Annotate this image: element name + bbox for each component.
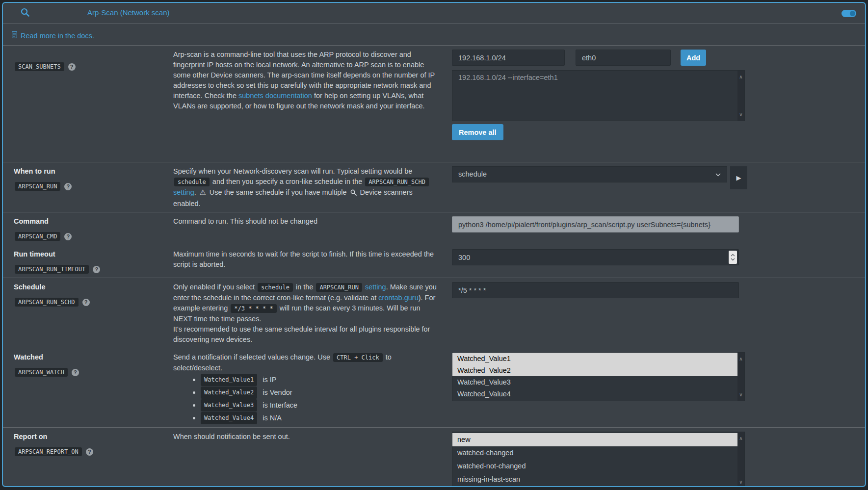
label-column: Command ARPSCAN_CMD?: [14, 216, 173, 242]
scroll-down-icon[interactable]: ∨: [737, 109, 744, 120]
multiselect-option[interactable]: Watched_Value3: [452, 376, 737, 388]
magnifier-icon: [350, 188, 357, 199]
subnet-input[interactable]: [452, 50, 565, 66]
desc-text: When should notification be sent out.: [173, 433, 290, 440]
report-on-multiselect[interactable]: new watched-changed watched-not-changed …: [452, 432, 745, 487]
bullet-icon: [193, 391, 195, 394]
desc-text: .: [194, 188, 198, 196]
setting-row-watched: Watched ARPSCAN_WATCH? Send a notificati…: [3, 348, 865, 427]
desc-text: Only enabled if you select: [173, 283, 257, 291]
scroll-up-icon[interactable]: ∧: [737, 354, 744, 364]
setting-key-wrap: SCAN_SUBNETS?: [14, 61, 173, 72]
plugin-enabled-toggle[interactable]: [842, 10, 856, 17]
run-now-button[interactable]: ▶: [730, 166, 747, 189]
multiselect-option[interactable]: Watched_Value4: [452, 388, 737, 400]
help-icon[interactable]: ?: [68, 63, 76, 71]
setting-title: Schedule: [14, 282, 173, 292]
multiselect-option[interactable]: watched-not-changed: [452, 460, 737, 473]
setting-title: When to run: [14, 166, 173, 177]
desc-text: is Vendor: [263, 387, 292, 398]
desc-text: Maximum time in seconds to wait for the …: [173, 250, 434, 268]
desc-text: It's recommended to use the same schedul…: [173, 324, 440, 345]
multiselect-option[interactable]: missing-in-last-scan: [452, 473, 737, 486]
command-input: [452, 216, 739, 232]
toggle-knob: [850, 11, 855, 16]
docs-link[interactable]: Read more in the docs.: [21, 32, 94, 40]
scroll-down-icon[interactable]: ∨: [737, 389, 744, 400]
setting-title: Run timeout: [14, 249, 173, 259]
search-icon[interactable]: [21, 8, 30, 19]
label-column: When to run ARPSCAN_RUN?: [14, 166, 173, 209]
watched-bullet: Watched_Value4 is N/A: [193, 412, 440, 424]
label-column: Run timeout ARPSCAN_RUN_TIMEOUT?: [14, 249, 173, 275]
subnets-documentation-link[interactable]: subnets documentation: [238, 92, 312, 100]
inline-code: schedule: [258, 283, 293, 292]
setting-control: schedule ▶: [452, 166, 865, 209]
interface-input[interactable]: [576, 50, 671, 66]
label-column: Schedule ARPSCAN_RUN_SCHD?: [14, 282, 173, 345]
multiselect-option[interactable]: watched-changed: [452, 446, 737, 460]
desc-text: Command to run. This should not be chang…: [173, 217, 317, 225]
multiselect-option[interactable]: Watched_Value2: [452, 364, 737, 376]
remove-all-button[interactable]: Remove all: [452, 124, 503, 140]
setting-link[interactable]: setting: [173, 188, 194, 196]
bullet-icon: [193, 417, 195, 419]
multiselect-option[interactable]: Watched_Value1: [452, 353, 737, 364]
inline-code: Watched_Value3: [201, 399, 257, 412]
setting-link[interactable]: setting: [365, 283, 386, 291]
scrollbar[interactable]: ∧∨: [737, 71, 744, 121]
bullet-icon: [193, 379, 195, 381]
setting-control: [452, 282, 865, 345]
setting-key-badge: SCAN_SUBNETS: [15, 62, 64, 71]
setting-key-badge: ARPSCAN_RUN_SCHD: [15, 298, 79, 307]
help-icon[interactable]: ?: [86, 448, 93, 456]
setting-control: Watched_Value1 Watched_Value2 Watched_Va…: [452, 352, 865, 424]
crontab-guru-link[interactable]: crontab.guru: [378, 294, 418, 302]
setting-description: Command to run. This should not be chang…: [173, 216, 452, 242]
subnets-listbox[interactable]: 192.168.1.0/24 --interface=eth1 ∧∨: [452, 70, 745, 121]
schedule-input[interactable]: [452, 282, 739, 298]
timeout-input[interactable]: [452, 249, 739, 265]
subnet-entry-option[interactable]: 192.168.1.0/24 --interface=eth1: [452, 71, 744, 84]
run-mode-select[interactable]: schedule: [452, 166, 727, 182]
desc-text: Send a notification if selected values c…: [173, 353, 332, 361]
inline-code: CTRL + Click: [333, 353, 383, 362]
scroll-up-icon[interactable]: ∧: [737, 72, 744, 82]
help-icon[interactable]: ?: [82, 299, 90, 306]
inline-code: Watched_Value4: [201, 412, 257, 424]
play-icon: ▶: [736, 173, 741, 183]
document-icon: [12, 31, 17, 40]
desc-text: is N/A: [263, 413, 282, 423]
setting-control: [452, 216, 865, 242]
desc-text: Use the same schedule if you have multip…: [208, 188, 349, 196]
scrollbar[interactable]: ∧∨: [737, 432, 744, 487]
scrollbar[interactable]: ∧∨: [737, 353, 744, 401]
page-title: Arp-Scan (Network scan): [87, 8, 170, 17]
bullet-icon: [193, 404, 195, 407]
scroll-up-icon[interactable]: ∧: [737, 433, 744, 443]
number-spinner[interactable]: [729, 251, 737, 264]
help-icon[interactable]: ?: [93, 266, 100, 273]
help-icon[interactable]: ?: [64, 183, 72, 190]
inline-code: ARPSCAN_RUN_SCHD: [365, 178, 429, 186]
setting-row-when-to-run: When to run ARPSCAN_RUN? Specify when yo…: [3, 162, 865, 212]
label-column: Report on ARPSCAN_REPORT_ON?: [14, 432, 173, 487]
setting-key-badge: ARPSCAN_RUN: [15, 182, 60, 191]
label-column: Watched ARPSCAN_WATCH?: [14, 352, 173, 424]
setting-description: Only enabled if you select schedule in t…: [173, 282, 452, 345]
desc-text: Specify when your Network-discovery scan…: [173, 167, 412, 175]
inline-code: Watched_Value1: [201, 374, 257, 386]
add-button[interactable]: Add: [681, 50, 706, 66]
help-icon[interactable]: ?: [64, 233, 72, 240]
multiselect-option[interactable]: new: [452, 433, 737, 446]
scroll-down-icon[interactable]: ∨: [737, 477, 744, 487]
chevron-down-icon: [715, 169, 721, 180]
setting-control: Add 192.168.1.0/24 --interface=eth1 ∧∨ R…: [452, 50, 865, 159]
help-icon[interactable]: ?: [72, 369, 79, 376]
setting-row-command: Command ARPSCAN_CMD? Command to run. Thi…: [3, 212, 865, 245]
setting-key-badge: ARPSCAN_CMD: [15, 232, 60, 241]
setting-row-scan-subnets: SCAN_SUBNETS? Arp-scan is a command-line…: [3, 45, 865, 162]
watched-bullet: Watched_Value2 is Vendor: [193, 386, 440, 399]
watched-multiselect[interactable]: Watched_Value1 Watched_Value2 Watched_Va…: [452, 352, 745, 401]
setting-description: Maximum time in seconds to wait for the …: [173, 249, 452, 275]
